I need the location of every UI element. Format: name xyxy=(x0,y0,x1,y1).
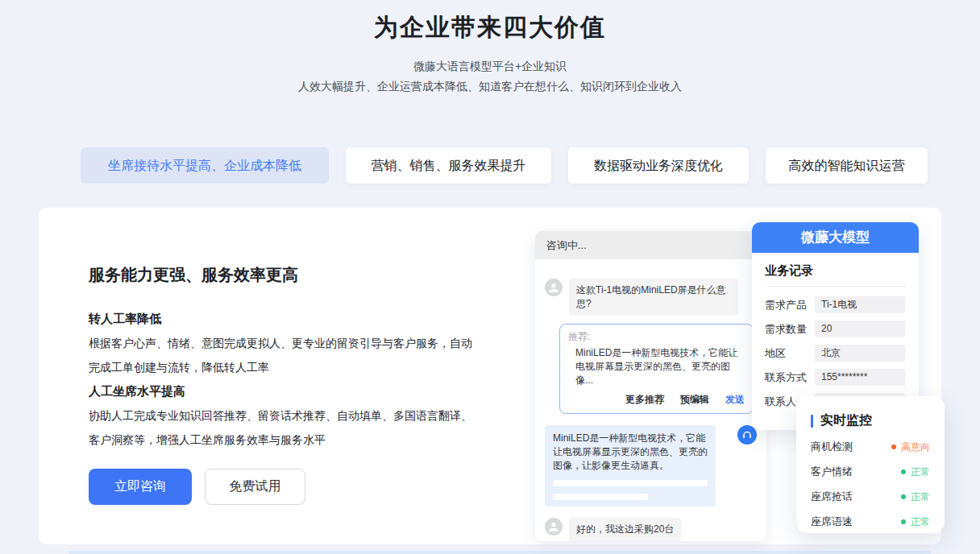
value-tabs: 坐席接待水平提高、企业成本降低 营销、销售、服务效果提升 数据驱动业务深度优化 … xyxy=(81,147,928,184)
feature-item: 人工坐席水平提高 协助人工完成专业知识回答推荐、留资话术推荐、自动填单、多国语言… xyxy=(89,379,475,452)
value-detail-card: 服务能力更强、服务效率更高 转人工率降低 根据客户心声、情绪、意图完成更拟人、更… xyxy=(39,208,941,544)
cta-button-row: 立即咨询 免费试用 xyxy=(89,469,475,505)
chat-body: 这款Ti-1电视的MiniLED屏是什么意思? 推荐: MiniLED是一种新型… xyxy=(535,259,766,541)
chat-bubble-agent: MiniLED是一种新型电视技术，它能让电视屏幕显示更深的黑色、更亮的图像，让影… xyxy=(545,425,716,506)
divider xyxy=(765,286,906,287)
field-value: 155******** xyxy=(815,369,905,386)
user-message-row: 好的，我这边采购20台 xyxy=(545,518,757,541)
tab-knowledge-ops[interactable]: 高效的智能知识运营 xyxy=(766,147,928,184)
monitor-status: 正常 xyxy=(901,490,930,504)
status-text: 高意向 xyxy=(901,440,930,454)
feature-title: 转人工率降低 xyxy=(89,307,475,331)
user-avatar-icon xyxy=(545,279,563,296)
status-dot-icon xyxy=(901,469,906,474)
field-label: 需求数量 xyxy=(765,322,815,337)
consult-now-button[interactable]: 立即咨询 xyxy=(89,469,192,505)
chat-bubble-user: 这款Ti-1电视的MiniLED屏是什么意思? xyxy=(569,279,738,316)
monitor-label: 座席抢话 xyxy=(811,490,853,504)
feature-desc: 协助人工完成专业知识回答推荐、留资话术推荐、自动填单、多国语言翻译、客户洞察等，… xyxy=(89,403,475,452)
accent-bar xyxy=(811,415,813,428)
monitor-status: 正常 xyxy=(901,465,930,479)
record-field-row: 联系方式 155******** xyxy=(765,369,906,386)
panel-heading: 服务能力更强、服务效率更高 xyxy=(89,264,475,286)
monitor-status: 正常 xyxy=(901,515,930,529)
monitor-title: 实时监控 xyxy=(820,412,872,429)
ai-suggestion-box: 推荐: MiniLED是一种新型电视技术，它能让电视屏幕显示更深的黑色、更亮的图… xyxy=(559,324,754,414)
page-title: 为企业带来四大价值 xyxy=(0,11,980,44)
user-message-row: 这款Ti-1电视的MiniLED屏是什么意思? xyxy=(545,279,757,316)
field-label: 联系方式 xyxy=(765,370,815,385)
left-text-column: 服务能力更强、服务效率更高 转人工率降低 根据客户心声、情绪、意图完成更拟人、更… xyxy=(89,264,475,505)
feature-item: 转人工率降低 根据客户心声、情绪、意图完成更拟人、更专业的留资引导与客户服务，自… xyxy=(89,307,475,379)
model-panel-title: 微藤大模型 xyxy=(752,222,919,253)
business-record-title: 业务记录 xyxy=(765,263,906,279)
monitor-label: 座席语速 xyxy=(811,515,853,529)
free-trial-button[interactable]: 免费试用 xyxy=(205,469,305,505)
feature-list: 转人工率降低 根据客户心声、情绪、意图完成更拟人、更专业的留资引导与客户服务，自… xyxy=(89,307,475,452)
placeholder-bar xyxy=(553,494,648,500)
agent-message-text: MiniLED是一种新型电视技术，它能让电视屏幕显示更深的黑色、更亮的图像，让影… xyxy=(553,432,708,471)
record-field-row: 需求数量 20 xyxy=(765,320,906,337)
field-value: 北京 xyxy=(815,345,905,362)
chat-header: 咨询中... xyxy=(535,231,766,259)
user-avatar-icon xyxy=(545,518,563,535)
page-subtitle-line2: 人效大幅提升、企业运营成本降低、知道客户在想什么、知识闭环到企业收入 xyxy=(0,80,980,94)
suggestion-text: MiniLED是一种新型电视技术，它能让电视屏幕显示更深的黑色、更亮的图像... xyxy=(568,346,745,387)
agent-message-row: MiniLED是一种新型电视技术，它能让电视屏幕显示更深的黑色、更亮的图像，让影… xyxy=(545,425,757,506)
chat-bubble-user: 好的，我这边采购20台 xyxy=(569,518,681,541)
status-dot-icon xyxy=(901,519,906,524)
status-dot-icon xyxy=(891,444,896,449)
monitor-row: 商机检测 高意向 xyxy=(811,440,930,454)
status-text: 正常 xyxy=(911,515,930,529)
next-section-edge xyxy=(69,551,931,554)
status-dot-icon xyxy=(901,494,906,499)
tab-data-driven[interactable]: 数据驱动业务深度优化 xyxy=(568,147,749,184)
placeholder-bar xyxy=(553,480,708,486)
monitor-row: 座席语速 正常 xyxy=(811,515,930,529)
feature-title: 人工坐席水平提高 xyxy=(89,379,475,403)
headset-icon xyxy=(737,425,757,444)
page-subtitle-line1: 微藤大语言模型平台+企业知识 xyxy=(0,60,980,74)
monitor-row: 客户情绪 正常 xyxy=(811,465,930,479)
monitor-row: 座席抢话 正常 xyxy=(811,490,930,504)
tab-marketing-sales[interactable]: 营销、销售、服务效果提升 xyxy=(346,147,551,184)
field-label: 地区 xyxy=(765,346,815,361)
send-link: 发送 xyxy=(725,393,745,407)
realtime-monitor-panel: 实时监控 商机检测 高意向 客户情绪 正常 座席抢话 正常 座席语速 xyxy=(796,396,945,533)
feature-desc: 根据客户心声、情绪、意图完成更拟人、更专业的留资引导与客户服务，自动完成工单创建… xyxy=(89,331,475,379)
suggestion-label: 推荐: xyxy=(568,330,745,344)
monitor-label: 客户情绪 xyxy=(811,465,853,479)
field-value: Ti-1电视 xyxy=(815,296,905,313)
monitor-status: 高意向 xyxy=(891,440,930,454)
status-text: 正常 xyxy=(911,490,930,504)
monitor-label: 商机检测 xyxy=(811,440,853,454)
chat-window-mockup: 咨询中... 这款Ti-1电视的MiniLED屏是什么意思? 推荐: MiniL… xyxy=(535,231,766,541)
suggestion-actions: 更多推荐 预编辑 发送 xyxy=(568,393,745,407)
pre-edit-link: 预编辑 xyxy=(680,393,709,407)
record-field-row: 需求产品 Ti-1电视 xyxy=(765,296,906,313)
more-suggestions-link: 更多推荐 xyxy=(625,393,664,407)
record-field-row: 地区 北京 xyxy=(765,345,906,362)
field-label: 需求产品 xyxy=(765,298,815,312)
tab-agent-service[interactable]: 坐席接待水平提高、企业成本降低 xyxy=(81,147,329,184)
monitor-title-row: 实时监控 xyxy=(811,412,930,429)
field-value: 20 xyxy=(815,320,905,337)
status-text: 正常 xyxy=(911,465,930,479)
